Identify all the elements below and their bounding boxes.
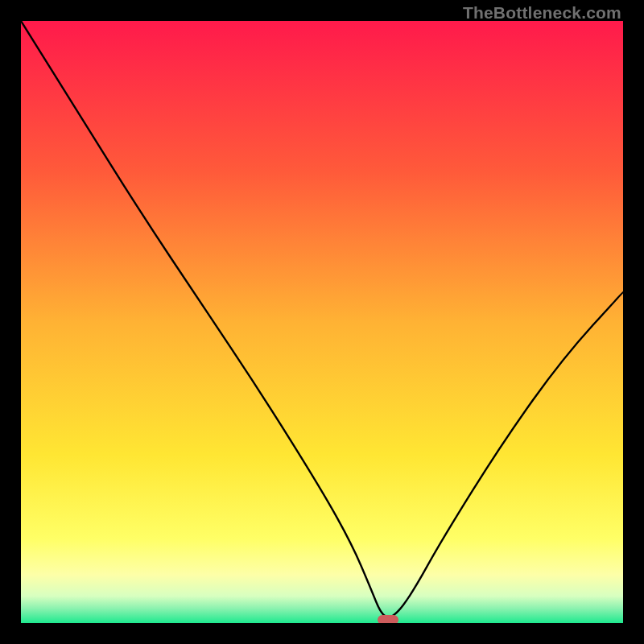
- watermark-text: TheBottleneck.com: [463, 3, 621, 23]
- bottleneck-curve: [21, 21, 623, 623]
- plot-area: [21, 21, 623, 623]
- optimal-point-marker: [378, 615, 398, 623]
- chart-frame: TheBottleneck.com: [0, 0, 644, 644]
